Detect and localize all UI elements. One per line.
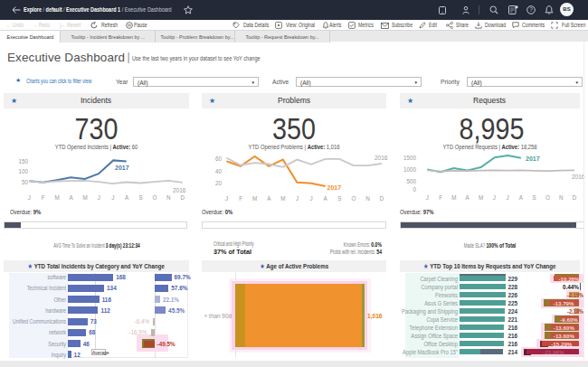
svg-text:2016: 2016 <box>173 187 186 193</box>
svg-text:2017: 2017 <box>526 155 540 162</box>
svg-text:2017: 2017 <box>115 165 129 171</box>
svg-text:2017: 2017 <box>327 184 342 191</box>
svg-text:2016: 2016 <box>375 155 388 161</box>
